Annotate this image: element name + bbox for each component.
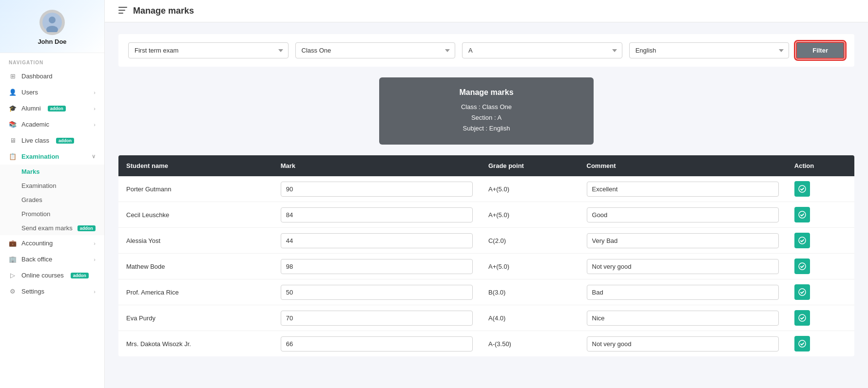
grade-text: A(4.0) [488, 314, 505, 322]
play-icon: ▷ [9, 272, 17, 279]
comment-input[interactable] [587, 311, 779, 326]
col-student-name: Student name [118, 155, 273, 176]
comment-cell[interactable] [579, 279, 787, 305]
table-row: Prof. America Rice B(3.0) [118, 279, 854, 305]
action-cell[interactable] [787, 202, 854, 228]
mark-input[interactable] [281, 259, 473, 274]
student-name-cell: Prof. America Rice [118, 279, 273, 305]
action-cell[interactable] [787, 176, 854, 202]
save-action-button[interactable] [794, 284, 810, 300]
mark-cell[interactable] [273, 279, 481, 305]
class-select[interactable]: Class One Class Two Class Three [295, 42, 456, 58]
sidebar-item-label: Settings [21, 288, 44, 295]
mark-cell[interactable] [273, 331, 481, 357]
submenu-item-promotion[interactable]: Promotion [0, 207, 104, 221]
page-title: Manage marks [133, 6, 194, 16]
chevron-right-icon: › [94, 90, 96, 95]
submenu-item-examination[interactable]: Examination [0, 179, 104, 193]
sidebar-item-label: Dashboard [21, 73, 53, 80]
mark-cell[interactable] [273, 176, 481, 202]
comment-input[interactable] [587, 285, 779, 300]
sidebar-item-label: Examination [21, 153, 59, 160]
sidebar-item-examination[interactable]: 📋 Examination ∨ [0, 148, 104, 165]
comment-cell[interactable] [579, 202, 787, 228]
submenu-item-marks[interactable]: Marks [0, 165, 104, 179]
action-cell[interactable] [787, 228, 854, 254]
sidebar-item-users[interactable]: 👤 Users › [0, 84, 104, 100]
save-action-button[interactable] [794, 207, 810, 222]
mark-cell[interactable] [273, 254, 481, 279]
action-cell[interactable] [787, 331, 854, 357]
addon-badge: addon [77, 225, 96, 231]
book-icon: 📚 [9, 121, 17, 128]
mark-cell[interactable] [273, 202, 481, 228]
chevron-right-icon: › [94, 122, 96, 128]
comment-cell[interactable] [579, 331, 787, 357]
save-action-button[interactable] [794, 259, 810, 274]
table-header-row: Student name Mark Grade point Comment Ac… [118, 155, 854, 176]
comment-input[interactable] [587, 182, 779, 197]
comment-cell[interactable] [579, 228, 787, 254]
sidebar-item-label: Academic [21, 121, 49, 128]
action-cell[interactable] [787, 254, 854, 279]
sidebar-item-liveclass[interactable]: 🖥 Live class addon [0, 132, 104, 148]
sidebar-item-settings[interactable]: ⚙ Settings › [0, 283, 104, 299]
save-action-button[interactable] [794, 233, 810, 248]
svg-point-9 [799, 263, 806, 270]
sidebar-item-onlinecourses[interactable]: ▷ Online courses addon [0, 267, 104, 283]
sidebar: John Doe NAVIGATION ⊞ Dashboard 👤 Users … [0, 0, 105, 388]
svg-point-7 [799, 211, 806, 218]
submenu-item-sendexammarks[interactable]: Send exam marks addon [0, 221, 104, 235]
mark-input[interactable] [281, 182, 473, 197]
save-action-button[interactable] [794, 336, 810, 351]
bag-icon: 💼 [9, 240, 17, 247]
comment-cell[interactable] [579, 305, 787, 331]
mark-input[interactable] [281, 207, 473, 222]
action-cell[interactable] [787, 305, 854, 331]
filter-button[interactable]: Filter [796, 42, 845, 59]
mark-input[interactable] [281, 336, 473, 351]
student-name-cell: Eva Purdy [118, 305, 273, 331]
sidebar-item-backoffice[interactable]: 🏢 Back office › [0, 251, 104, 267]
sidebar-item-dashboard[interactable]: ⊞ Dashboard [0, 68, 104, 84]
save-action-button[interactable] [794, 181, 810, 197]
comment-cell[interactable] [579, 254, 787, 279]
chevron-right-icon: › [94, 106, 96, 111]
sidebar-item-accounting[interactable]: 💼 Accounting › [0, 235, 104, 251]
mark-cell[interactable] [273, 305, 481, 331]
info-card-title: Manage marks [394, 88, 579, 97]
nav-label: NAVIGATION [0, 53, 104, 68]
submenu-item-grades[interactable]: Grades [0, 193, 104, 207]
grid-icon: ⊞ [9, 73, 17, 80]
comment-input[interactable] [587, 233, 779, 248]
exam-select[interactable]: First term exam Second term exam [128, 42, 289, 58]
subject-select[interactable]: English Math Science [629, 42, 790, 58]
svg-point-11 [799, 314, 806, 321]
grad-icon: 🎓 [9, 105, 17, 112]
profile-name: John Doe [38, 38, 66, 45]
comment-cell[interactable] [579, 176, 787, 202]
filter-bar: First term exam Second term exam Class O… [118, 34, 854, 67]
sidebar-item-alumni[interactable]: 🎓 Alumni addon › [0, 100, 104, 116]
monitor-icon: 🖥 [9, 137, 17, 144]
grade-text: A+(5.0) [488, 211, 509, 219]
comment-input[interactable] [587, 259, 779, 274]
examination-submenu: Marks Examination Grades Promotion Send … [0, 165, 104, 235]
svg-point-8 [799, 237, 806, 244]
mark-cell[interactable] [273, 228, 481, 254]
col-comment: Comment [579, 155, 787, 176]
comment-input[interactable] [587, 207, 779, 222]
mark-input[interactable] [281, 311, 473, 326]
mark-input[interactable] [281, 233, 473, 248]
action-cell[interactable] [787, 279, 854, 305]
comment-input[interactable] [587, 336, 779, 351]
grade-text: C(2.0) [488, 237, 506, 244]
section-select[interactable]: A B C [462, 42, 622, 58]
avatar [39, 10, 65, 35]
mark-input[interactable] [281, 285, 473, 300]
sidebar-item-academic[interactable]: 📚 Academic › [0, 116, 104, 132]
save-action-button[interactable] [794, 310, 810, 326]
student-name-cell: Mathew Bode [118, 254, 273, 279]
grade-point-cell: B(3.0) [481, 279, 579, 305]
addon-badge: addon [71, 273, 89, 278]
